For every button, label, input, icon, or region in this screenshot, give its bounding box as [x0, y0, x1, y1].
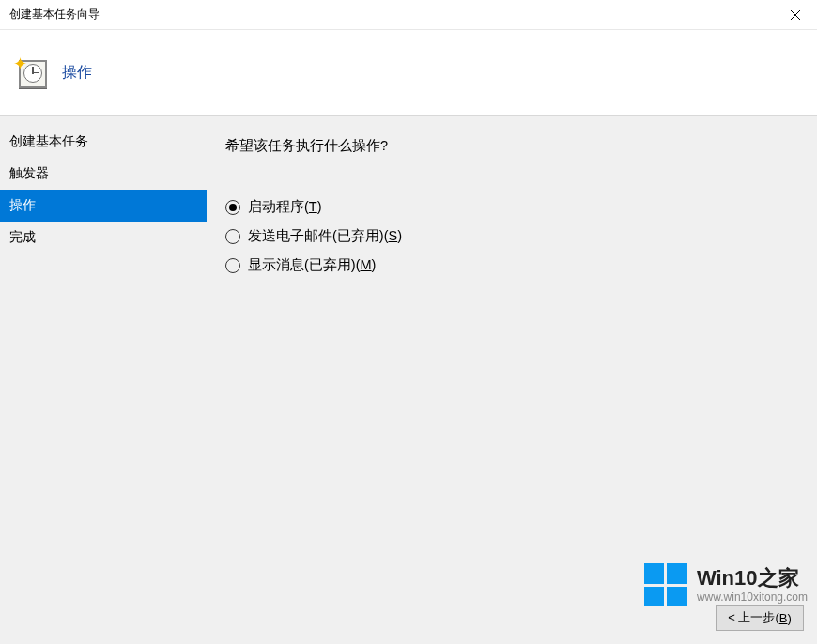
radio-start-program[interactable]: 启动程序(T)	[225, 198, 798, 216]
radio-send-email[interactable]: 发送电子邮件(已弃用)(S)	[225, 227, 798, 245]
sidebar-item-create-task[interactable]: 创建基本任务	[0, 126, 207, 158]
wizard-header: ✦ 操作	[0, 30, 817, 116]
wizard-footer: < 上一步(B)	[716, 605, 804, 631]
prompt-text: 希望该任务执行什么操作?	[225, 137, 798, 155]
watermark-title: Win10之家	[697, 566, 808, 590]
radio-label: 启动程序(T)	[248, 198, 322, 216]
radio-label: 发送电子邮件(已弃用)(S)	[248, 227, 402, 245]
radio-icon	[225, 258, 240, 273]
titlebar: 创建基本任务向导	[0, 0, 817, 30]
windows-logo-icon	[644, 563, 687, 606]
page-title: 操作	[62, 63, 92, 83]
sidebar-item-action[interactable]: 操作	[0, 190, 207, 222]
radio-icon	[225, 200, 240, 215]
watermark-url: www.win10xitong.com	[697, 590, 808, 604]
close-button[interactable]	[774, 0, 817, 30]
clock-task-icon: ✦	[15, 56, 49, 90]
radio-label: 显示消息(已弃用)(M)	[248, 256, 376, 274]
back-button[interactable]: < 上一步(B)	[716, 605, 804, 631]
close-icon	[791, 10, 800, 20]
radio-icon	[225, 229, 240, 244]
watermark-text: Win10之家 www.win10xitong.com	[697, 566, 808, 605]
radio-display-message[interactable]: 显示消息(已弃用)(M)	[225, 256, 798, 274]
sidebar-item-trigger[interactable]: 触发器	[0, 158, 207, 190]
sidebar-item-finish[interactable]: 完成	[0, 222, 207, 253]
wizard-steps-sidebar: 创建基本任务 触发器 操作 完成	[0, 116, 207, 644]
action-radio-group: 启动程序(T) 发送电子邮件(已弃用)(S) 显示消息(已弃用)(M)	[225, 198, 798, 274]
window-title: 创建基本任务向导	[9, 7, 100, 23]
